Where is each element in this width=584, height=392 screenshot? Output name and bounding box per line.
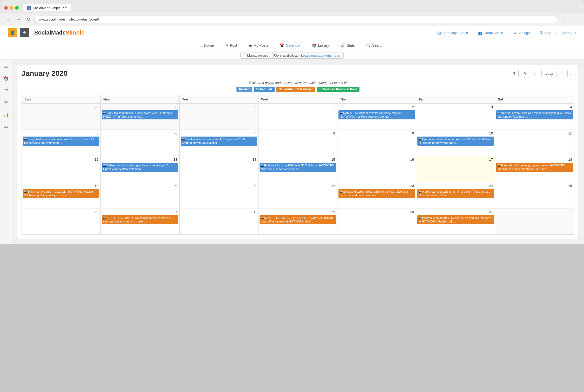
url-bar[interactable] bbox=[35, 16, 558, 23]
sidebar-stats-icon[interactable]: 📊 bbox=[2, 111, 10, 119]
calendar-cell[interactable]: 24📷A great workout calls for a mirror se… bbox=[416, 182, 495, 208]
sidebar-bookmark-icon[interactable]: 📚 bbox=[2, 75, 10, 83]
calendar-cell[interactable]: 30 bbox=[337, 208, 416, 234]
calendar-event[interactable]: 📷NAMASTAY right here to let you know tha… bbox=[338, 110, 415, 119]
calendar-event[interactable]: 📷CHALLENGE TIME!!! We challenge you to g… bbox=[102, 215, 178, 224]
calendar-event[interactable]: 📷Don't let a weak core and minor flexibi… bbox=[496, 110, 573, 119]
calendar-cell[interactable]: 27📷CHALLENGE TIME!!! We challenge you to… bbox=[101, 208, 180, 234]
calendar-cell[interactable]: 31 bbox=[180, 104, 259, 130]
legend-scheduled-personal: Scheduled Personal Post bbox=[317, 87, 359, 92]
calendar-event[interactable]: 📷MAKE THIS THE BEST YEAR YET! When you j… bbox=[260, 215, 336, 224]
calendar-event[interactable]: 📷A great workout calls for a mirror self… bbox=[417, 189, 494, 198]
sidebar-label-icon[interactable]: 🏷 bbox=[2, 123, 10, 131]
nav-home[interactable]: ⌂ Home bbox=[195, 40, 220, 51]
calendar-cell[interactable]: 12 bbox=[22, 156, 101, 182]
calendar-cell[interactable]: 30📷Baby, it's cold outside. Come sweat w… bbox=[101, 104, 180, 130]
logout-link[interactable]: ⏻ Logout bbox=[561, 31, 576, 35]
calendar-cell[interactable]: 13📷"When there is no struggle, there is … bbox=[101, 156, 180, 182]
calendar-cell[interactable]: 11 bbox=[495, 130, 574, 156]
nav-my-posts[interactable]: ☰ My Posts bbox=[243, 40, 274, 51]
calendar-cell[interactable]: 22 bbox=[259, 182, 337, 208]
calendar-cell[interactable]: 29 bbox=[22, 104, 101, 130]
calendar-cell[interactable]: 6 bbox=[101, 130, 180, 156]
sidebar-grid-icon[interactable]: ☷ bbox=[3, 99, 9, 107]
calendar-cell[interactable]: 18📷Free weights? We've got you covered! … bbox=[495, 156, 574, 182]
calendar-cell[interactable]: 1 bbox=[495, 208, 574, 234]
calendar-cell[interactable]: 3 bbox=[416, 104, 495, 130]
nav-post[interactable]: ✎ Post bbox=[220, 40, 243, 51]
nav-library[interactable]: 📚 Library bbox=[306, 40, 335, 51]
bookmark-icon[interactable]: ☆ bbox=[561, 16, 569, 23]
calendar-cell[interactable]: 28 bbox=[180, 208, 259, 234]
calendar-event[interactable]: 📷It's time to celebrate New Year's Eve a… bbox=[417, 215, 494, 224]
cal-date-number: 7 bbox=[181, 131, 257, 136]
back-button[interactable]: ← bbox=[4, 16, 12, 23]
app-header: 👤 ⚙ SocialMadeSimple 📊 Campaign Admin | … bbox=[0, 25, 584, 40]
post-icon: ✎ bbox=[225, 43, 228, 48]
calendar-event[interactable]: 📷Bring your A-game in 2020 with HOTWORX … bbox=[23, 189, 99, 198]
calendar-event[interactable]: 📷Baby, it's cold outside. Come sweat wit… bbox=[102, 110, 178, 119]
calendar-cell[interactable]: 31📷It's time to celebrate New Year's Eve… bbox=[416, 208, 495, 234]
sep1: | bbox=[473, 31, 473, 35]
calendar-cell[interactable]: 7📷Don't wait to achieve your fitness goa… bbox=[180, 130, 259, 156]
browser-tab[interactable]: S SocialMadeSimple Plat bbox=[23, 4, 71, 11]
calendar-event[interactable]: 📷Sorry, Taylor, we can't calm down becau… bbox=[23, 137, 99, 146]
calendar-cell[interactable]: 16 bbox=[337, 156, 416, 182]
edit-button[interactable]: ✎ bbox=[521, 70, 529, 77]
cal-weeks: 2930📷Baby, it's cold outside. Come sweat… bbox=[22, 104, 574, 234]
gear-icon-button[interactable]: ⚙ bbox=[20, 28, 29, 37]
day-header-tue: Tue bbox=[180, 95, 259, 103]
calendar-cell[interactable]: 5📷Sorry, Taylor, we can't calm down beca… bbox=[22, 130, 101, 156]
nav-search[interactable]: 🔍 Search bbox=[361, 40, 389, 51]
calendar-cell[interactable]: 29📷MAKE THIS THE BEST YEAR YET! When you… bbox=[259, 208, 337, 234]
calendar-cell[interactable]: 1 bbox=[259, 104, 337, 130]
calendar-event[interactable]: 📷Free weights? We've got you covered! HO… bbox=[496, 163, 573, 172]
calendar-cell[interactable]: 17 bbox=[416, 156, 495, 182]
close-dot[interactable] bbox=[4, 6, 8, 10]
group-admin-link[interactable]: 👥 Group Admin bbox=[478, 31, 503, 35]
calendar-event[interactable]: 📷Don't wait to achieve your fitness goal… bbox=[181, 137, 257, 146]
minimize-dot[interactable] bbox=[10, 6, 13, 10]
trash-button[interactable]: 🗑 bbox=[510, 70, 519, 77]
calendar-cell[interactable]: 2📷NAMASTAY right here to let you know th… bbox=[337, 104, 416, 130]
calendar-cell[interactable]: 19📷Bring your A-game in 2020 with HOTWOR… bbox=[22, 182, 101, 208]
calendar-cell[interactable]: 14 bbox=[180, 156, 259, 182]
nav-stats[interactable]: 📈 Stats bbox=[335, 40, 361, 51]
bookmark-button[interactable]: ✓ bbox=[531, 70, 539, 77]
sidebar-tag-icon[interactable]: 🏷 bbox=[2, 87, 10, 94]
day-header-fri: Fri bbox=[416, 95, 495, 103]
cal-days-header: Sun Mon Tue Wed Thu Fri Sat bbox=[22, 95, 574, 104]
calendar-cell[interactable]: 4📷Don't let a weak core and minor flexib… bbox=[495, 104, 574, 130]
home-icon: ⌂ bbox=[200, 43, 202, 48]
sidebar-list-icon[interactable]: ☰ bbox=[3, 62, 9, 70]
prev-month-button[interactable]: ‹ bbox=[559, 70, 566, 77]
calendar-event[interactable]: 📷Smile and sweat ladies, smile and sweat… bbox=[338, 189, 415, 198]
settings-link[interactable]: ⚙ Settings bbox=[513, 31, 530, 35]
campaign-admin-link[interactable]: 📊 Campaign Admin bbox=[437, 31, 468, 35]
calendar-cell[interactable]: 26 bbox=[22, 208, 101, 234]
calendar-cell[interactable]: 9 bbox=[337, 130, 416, 156]
calendar-event[interactable]: 📷"When there is no struggle, there is no… bbox=[102, 163, 178, 172]
calendar-cell[interactable]: 15📷Find your focus in 2020 with 3D Train… bbox=[259, 156, 337, 182]
menu-icon[interactable]: ⋮ bbox=[572, 16, 580, 23]
calendar-event[interactable]: 📷Grab a friend and head on over to HOTWO… bbox=[417, 137, 494, 146]
app-logo: SocialMadeSimple bbox=[34, 29, 84, 36]
nav-calendar[interactable]: 📅 Calendar bbox=[274, 40, 306, 51]
calendar-cell[interactable]: 25 bbox=[495, 182, 574, 208]
calendar-cell[interactable]: 21 bbox=[180, 182, 259, 208]
browser-titlebar: S SocialMadeSimple Plat bbox=[0, 3, 584, 13]
today-button[interactable]: today bbox=[541, 70, 556, 77]
user-icon-button[interactable]: 👤 bbox=[8, 28, 17, 37]
calendar-cell[interactable]: 23📷Smile and sweat ladies, smile and swe… bbox=[337, 182, 416, 208]
leave-management-link[interactable]: Leave management mode bbox=[301, 53, 340, 57]
calendar-event[interactable]: 📷Find your focus in 2020 with 3D Trainin… bbox=[260, 163, 336, 172]
forward-button[interactable]: → bbox=[15, 16, 22, 23]
help-link[interactable]: ⓘ Help bbox=[540, 30, 551, 35]
refresh-button[interactable]: ↻ bbox=[25, 16, 32, 23]
calendar-cell[interactable]: 20 bbox=[101, 182, 180, 208]
maximize-dot[interactable] bbox=[15, 6, 19, 10]
calendar-cell[interactable]: 8 bbox=[259, 130, 337, 156]
calendar-cell[interactable]: 10📷Grab a friend and head on over to HOT… bbox=[416, 130, 495, 156]
next-month-button[interactable]: › bbox=[567, 70, 574, 77]
cal-header-right: 🗑 ✎ ✓ today ‹ › bbox=[510, 70, 574, 77]
